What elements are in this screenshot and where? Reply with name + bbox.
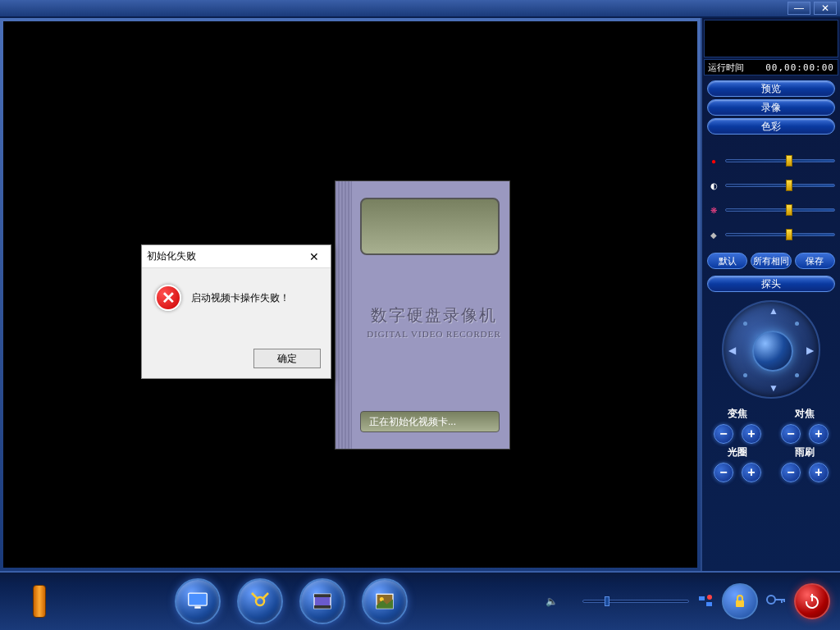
contrast-icon: ◐ bbox=[707, 179, 720, 192]
slider-track-brightness[interactable] bbox=[725, 233, 835, 236]
dialog-ok-button[interactable]: 确定 bbox=[253, 349, 321, 368]
titlebar: — ✕ bbox=[0, 0, 840, 18]
dialog-titlebar[interactable]: 初始化失败 ✕ bbox=[142, 245, 331, 268]
tab-record[interactable]: 录像 bbox=[707, 99, 835, 116]
volume-slider[interactable] bbox=[582, 600, 689, 603]
network-icon[interactable] bbox=[697, 593, 714, 609]
slider-contrast: ◐ bbox=[707, 179, 835, 192]
ptz-down[interactable]: ▼ bbox=[769, 382, 778, 394]
svg-rect-14 bbox=[781, 599, 783, 603]
picture-icon bbox=[372, 589, 397, 614]
svg-rect-17 bbox=[811, 594, 813, 601]
brand-logo-area bbox=[704, 20, 838, 57]
probe-button[interactable]: 探头 bbox=[707, 276, 835, 292]
splash-title-en: DIGITAL VIDEO RECORDER bbox=[360, 329, 508, 339]
saturation-icon: ❋ bbox=[707, 203, 720, 217]
slider-thumb-contrast[interactable] bbox=[786, 180, 792, 191]
ptz-controls-grid: 变焦 − + 对焦 − + 光圈 − + 雨刷 − + bbox=[702, 407, 840, 482]
volume-thumb[interactable] bbox=[605, 596, 609, 606]
svg-rect-15 bbox=[783, 599, 785, 602]
default-button[interactable]: 默认 bbox=[707, 253, 747, 269]
hue-icon: ● bbox=[707, 154, 720, 167]
film-icon bbox=[310, 589, 335, 614]
svg-point-10 bbox=[707, 595, 712, 600]
svg-rect-9 bbox=[706, 602, 712, 606]
slider-hue: ● bbox=[707, 154, 835, 167]
left-decoration bbox=[33, 585, 46, 618]
monitor-icon bbox=[185, 589, 210, 614]
tab-preview[interactable]: 预览 bbox=[707, 80, 835, 97]
splash-status-text: 正在初始化视频卡... bbox=[360, 411, 500, 432]
sidebar: 运行时间 00,00:00:00 预览 录像 色彩 ● ◐ ❋ ◆ 默认 所有相… bbox=[701, 18, 840, 571]
ptz-upleft[interactable] bbox=[743, 322, 747, 326]
slider-track-contrast[interactable] bbox=[725, 184, 835, 187]
slider-thumb-saturation[interactable] bbox=[786, 204, 792, 216]
all-same-button[interactable]: 所有相同 bbox=[751, 253, 791, 269]
splash-lcd-screen bbox=[360, 198, 500, 255]
ptz-wheel: ▲ ▼ ◀ ▶ bbox=[722, 300, 820, 399]
dialog-message: 启动视频卡操作失败！ bbox=[191, 291, 290, 305]
wiper-minus[interactable]: − bbox=[781, 463, 801, 482]
focus-plus[interactable]: + bbox=[809, 424, 829, 444]
runtime-label: 运行时间 bbox=[708, 62, 765, 74]
svg-rect-8 bbox=[699, 596, 705, 600]
dialog-title: 初始化失败 bbox=[147, 249, 303, 263]
iris-plus[interactable]: + bbox=[742, 463, 761, 482]
lock-icon bbox=[732, 593, 748, 609]
slider-track-hue[interactable] bbox=[725, 159, 835, 162]
gallery-button[interactable] bbox=[362, 578, 408, 624]
ptz-left[interactable]: ◀ bbox=[728, 345, 736, 356]
iris-label: 光圈 bbox=[712, 445, 763, 459]
zoom-plus[interactable]: + bbox=[742, 424, 761, 444]
slider-saturation: ❋ bbox=[707, 203, 835, 217]
tools-icon bbox=[248, 589, 272, 614]
splash-title-cn: 数字硬盘录像机 bbox=[368, 304, 500, 326]
tab-color[interactable]: 色彩 bbox=[707, 118, 835, 135]
dialog-body: ✕ 启动视频卡操作失败！ bbox=[142, 268, 331, 327]
power-button[interactable] bbox=[794, 583, 830, 619]
runtime-bar: 运行时间 00,00:00:00 bbox=[704, 59, 838, 75]
splash-panel: 数字硬盘录像机 DIGITAL VIDEO RECORDER 正在初始化视频卡.… bbox=[335, 180, 510, 450]
iris-minus[interactable]: − bbox=[714, 463, 733, 482]
focus-minus[interactable]: − bbox=[781, 424, 801, 444]
runtime-value: 00,00:00:00 bbox=[765, 62, 834, 73]
color-sliders: ● ◐ ❋ ◆ bbox=[702, 154, 840, 241]
slider-brightness: ◆ bbox=[707, 228, 835, 241]
power-icon bbox=[803, 592, 821, 610]
ptz-center-button[interactable] bbox=[752, 331, 793, 372]
slider-thumb-hue[interactable] bbox=[786, 155, 792, 167]
volume-icon: 🔈 bbox=[546, 596, 558, 607]
ptz-up[interactable]: ▲ bbox=[769, 305, 778, 317]
svg-rect-1 bbox=[194, 606, 201, 609]
bottombar: 🔈 bbox=[0, 571, 840, 630]
splash-spine-deco bbox=[336, 181, 352, 449]
close-button[interactable]: ✕ bbox=[814, 2, 837, 15]
wiper-label: 雨刷 bbox=[779, 445, 830, 459]
ptz-downleft[interactable] bbox=[743, 373, 747, 377]
error-icon: ✕ bbox=[155, 285, 181, 311]
error-dialog: 初始化失败 ✕ ✕ 启动视频卡操作失败！ 确定 bbox=[141, 244, 331, 379]
ptz-upright[interactable] bbox=[795, 322, 799, 326]
zoom-label: 变焦 bbox=[712, 407, 763, 421]
lock-button[interactable] bbox=[722, 583, 758, 619]
dialog-close-button[interactable]: ✕ bbox=[303, 249, 326, 265]
svg-rect-13 bbox=[774, 599, 784, 600]
zoom-minus[interactable]: − bbox=[714, 424, 733, 444]
wiper-plus[interactable]: + bbox=[809, 463, 829, 482]
ptz-downright[interactable] bbox=[795, 373, 799, 377]
slider-thumb-brightness[interactable] bbox=[786, 229, 792, 240]
key-icon[interactable] bbox=[766, 593, 786, 610]
minimize-button[interactable]: — bbox=[788, 2, 810, 15]
ptz-right[interactable]: ▶ bbox=[806, 345, 814, 356]
focus-label: 对焦 bbox=[779, 407, 830, 421]
settings-button[interactable] bbox=[237, 578, 283, 624]
monitor-button[interactable] bbox=[175, 578, 221, 624]
svg-rect-11 bbox=[736, 600, 744, 607]
svg-point-12 bbox=[767, 596, 775, 604]
svg-rect-4 bbox=[314, 594, 331, 597]
playback-button[interactable] bbox=[299, 578, 345, 624]
svg-rect-0 bbox=[188, 593, 207, 605]
ptz-ring: ▲ ▼ ◀ ▶ bbox=[722, 300, 820, 399]
slider-track-saturation[interactable] bbox=[725, 208, 835, 212]
save-button[interactable]: 保存 bbox=[795, 253, 835, 269]
